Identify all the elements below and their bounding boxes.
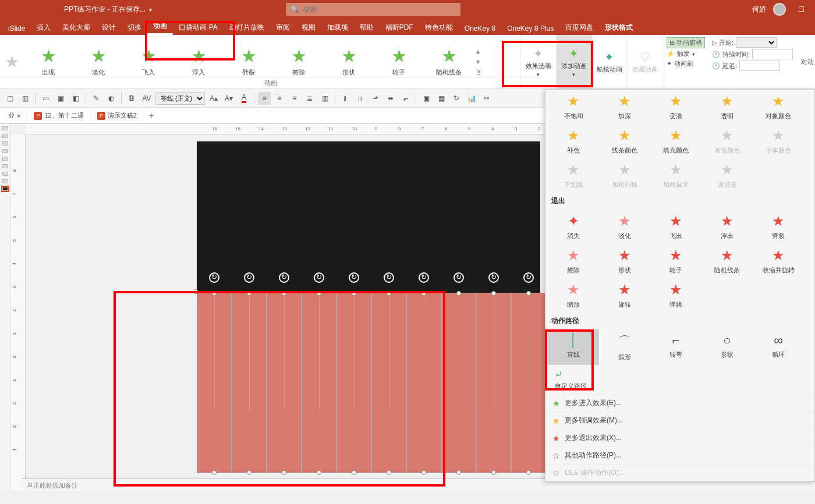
start-select[interactable]: [736, 37, 777, 48]
shape-strip[interactable]: [302, 293, 336, 473]
distribute-h-icon[interactable]: ⫿: [339, 92, 352, 105]
exit-disappear[interactable]: ✦消失: [548, 210, 599, 244]
doctab-1[interactable]: P12、第十二课: [28, 109, 90, 122]
exit-fade[interactable]: ★淡化: [599, 210, 650, 244]
exit-floatout[interactable]: ★浮出: [701, 210, 753, 244]
tab-review[interactable]: 审阅: [270, 20, 296, 35]
search-box[interactable]: 🔍: [286, 3, 460, 16]
exit-shrinkturn[interactable]: ★收缩并旋转: [753, 244, 804, 278]
font-color-icon[interactable]: A: [238, 92, 250, 105]
tool-icon-1[interactable]: ▭: [39, 92, 52, 105]
tab-design[interactable]: 设计: [96, 20, 122, 35]
reorder-button[interactable]: 对动: [796, 35, 815, 88]
rotate-handle-icon[interactable]: [384, 272, 394, 283]
rotate-handle-icon[interactable]: [209, 272, 219, 283]
rotate-handle-icon[interactable]: [453, 272, 464, 283]
emph-transparency[interactable]: ★透明: [701, 90, 753, 124]
more-motion-paths[interactable]: ☆其他动作路径(P)...: [545, 446, 814, 464]
emph-fillcolor[interactable]: ★填充颜色: [650, 124, 701, 158]
path-turn[interactable]: ⌐转弯: [650, 329, 701, 365]
exit-bounce[interactable]: ★弹跳: [650, 278, 701, 313]
tab-insert[interactable]: 插入: [31, 20, 56, 35]
title-dropdown-icon[interactable]: ▾: [149, 6, 152, 13]
tab-onekey8[interactable]: OneKey 8: [459, 22, 501, 35]
cool-animation-button[interactable]: ✦酷炫动画: [592, 35, 628, 88]
tab-addins[interactable]: 加载项: [321, 20, 354, 35]
chart-icon[interactable]: 📊: [465, 92, 478, 105]
shape-strip[interactable]: [232, 293, 267, 473]
layout-icon[interactable]: ▥: [19, 92, 31, 105]
tab-features[interactable]: 特色功能: [419, 20, 459, 35]
brush-icon[interactable]: ✎: [90, 92, 102, 105]
shape-strip[interactable]: [511, 293, 546, 473]
exit-wipe[interactable]: ★擦除: [548, 244, 599, 278]
rotate-handle-icon[interactable]: [419, 272, 429, 283]
rotate-handle-icon[interactable]: [314, 272, 324, 283]
eraser-icon[interactable]: ◐: [105, 92, 118, 105]
add-animation-button[interactable]: ✦添加动画▾: [557, 35, 592, 88]
more-emphasis-effects[interactable]: ★更多强调效果(M)...: [545, 411, 814, 429]
duration-input[interactable]: [752, 49, 793, 59]
tab-onekey8plus[interactable]: OneKey 8 Plus: [501, 22, 559, 35]
rotate-icon[interactable]: ↻: [450, 92, 463, 105]
emph-linecolor[interactable]: ★线条颜色: [599, 124, 650, 158]
tab-slideshow[interactable]: 幻灯片放映: [224, 20, 270, 35]
exit-split[interactable]: ★劈裂: [753, 210, 804, 244]
font-select[interactable]: 等线 (正文): [155, 92, 205, 105]
align-middle-icon[interactable]: ⬌: [384, 92, 397, 105]
emph-complement[interactable]: ★补色: [548, 124, 599, 158]
font-shrink-icon[interactable]: A▾: [222, 92, 235, 105]
slide-thumb[interactable]: [2, 172, 8, 176]
tab-help[interactable]: 帮助: [354, 20, 380, 35]
rotate-handle-icon[interactable]: [488, 272, 499, 283]
shape-strip[interactable]: [336, 293, 371, 473]
shape-strip[interactable]: [197, 293, 232, 473]
shape-strip[interactable]: [267, 293, 302, 473]
ungroup-icon[interactable]: ▦: [435, 92, 448, 105]
spacing-icon[interactable]: AV: [140, 92, 153, 105]
exit-flyout[interactable]: ★飞出: [650, 210, 701, 244]
selected-shapes-group[interactable]: [197, 293, 546, 473]
thumbnail-panel[interactable]: [0, 124, 10, 491]
add-animation-dropdown[interactable]: ★不饱和 ★加深 ★变淡 ★透明 ★对象颜色 ★补色 ★线条颜色 ★填充颜色 ★…: [545, 89, 815, 482]
emph-objectcolor[interactable]: ★对象颜色: [753, 90, 804, 124]
exit-spin[interactable]: ★旋转: [599, 278, 650, 313]
doctab-0[interactable]: 业 ×: [2, 109, 27, 122]
columns-icon[interactable]: ▥: [318, 92, 331, 105]
tool-icon-2[interactable]: ▣: [54, 92, 67, 105]
doctab-2[interactable]: P演示文稿2: [91, 109, 143, 122]
slide-thumb[interactable]: [2, 134, 8, 138]
slide-thumb[interactable]: [2, 179, 8, 183]
path-loop[interactable]: ∞循环: [753, 329, 804, 365]
tab-view[interactable]: 视图: [296, 20, 321, 35]
user-avatar-icon[interactable]: [773, 3, 786, 16]
tab-transition[interactable]: 切换: [122, 20, 147, 35]
new-slide-icon[interactable]: ▢: [3, 92, 16, 105]
shape-strip[interactable]: [406, 293, 441, 473]
align-bottom-icon[interactable]: ⬐: [399, 92, 412, 105]
rotate-handle-icon[interactable]: [279, 272, 289, 283]
align-top-icon[interactable]: ⬏: [369, 92, 382, 105]
group-icon[interactable]: ▣: [420, 92, 433, 105]
rotate-handle-icon[interactable]: [523, 272, 534, 283]
slide-thumb-selected[interactable]: [2, 187, 8, 191]
bold-icon[interactable]: B: [125, 92, 138, 105]
slide-thumb[interactable]: [2, 164, 8, 168]
rotate-handle-icon[interactable]: [349, 272, 359, 283]
tab-foxit[interactable]: 福昕PDF: [380, 20, 419, 35]
tab-beautify[interactable]: 美化大师: [56, 20, 96, 35]
delay-input[interactable]: [739, 61, 780, 71]
slide-thumb[interactable]: [2, 149, 8, 153]
slide-thumb[interactable]: [2, 157, 8, 161]
crop-icon[interactable]: ✂: [480, 92, 493, 105]
shape-strip[interactable]: [476, 293, 511, 473]
font-grow-icon[interactable]: A▴: [207, 92, 220, 105]
path-line[interactable]: │直线: [548, 329, 599, 365]
tool-icon-3[interactable]: ◧: [69, 92, 82, 105]
exit-shape[interactable]: ★形状: [599, 244, 650, 278]
ribbon-display-button[interactable]: ☐: [793, 3, 809, 16]
tab-islide[interactable]: iSlide: [2, 22, 31, 35]
emph-lighten[interactable]: ★变淡: [650, 90, 701, 124]
gallery-up-icon[interactable]: ▴: [476, 47, 481, 55]
more-exit-effects[interactable]: ★更多退出效果(X)...: [545, 429, 814, 446]
